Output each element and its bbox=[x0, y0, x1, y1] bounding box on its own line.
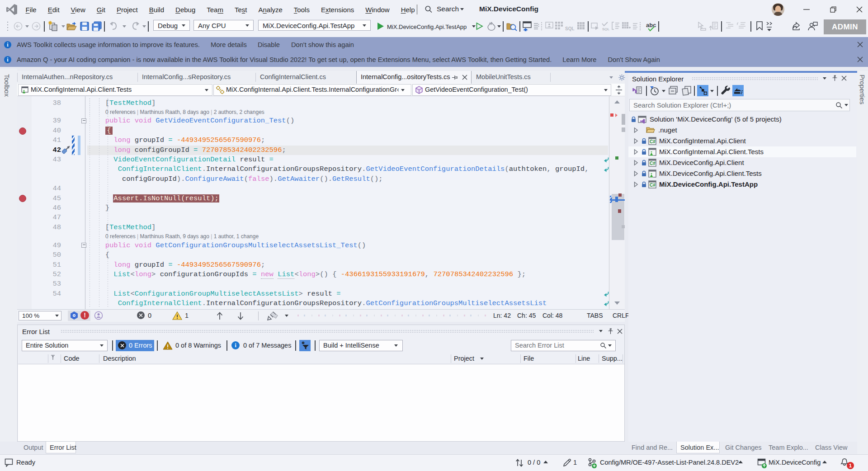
svg-text:SQL: SQL bbox=[602, 27, 609, 31]
